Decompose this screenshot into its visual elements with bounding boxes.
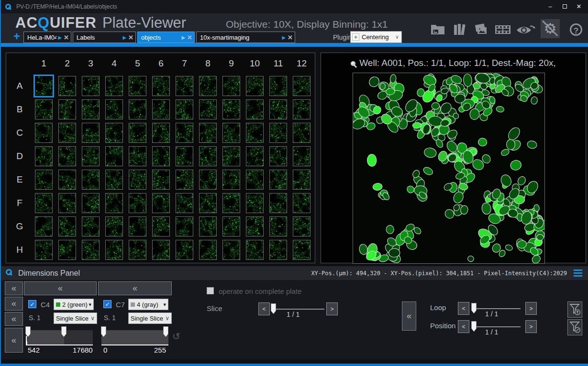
well-thumbnail-A3[interactable] bbox=[82, 76, 100, 96]
collapse-row2-button[interactable]: « bbox=[5, 297, 23, 311]
well-thumbnail-A2[interactable] bbox=[58, 76, 76, 96]
well-thumbnail-F7[interactable] bbox=[176, 193, 193, 213]
well-thumbnail-F8[interactable] bbox=[199, 193, 217, 213]
tab-labels[interactable]: Labels ▶ ✕ bbox=[73, 32, 136, 43]
well-thumbnail-B1[interactable] bbox=[35, 99, 53, 119]
well-thumbnail-B10[interactable] bbox=[246, 99, 264, 119]
well-thumbnail-D10[interactable] bbox=[246, 146, 264, 166]
well-thumbnail-E5[interactable] bbox=[129, 170, 146, 190]
tab-expand-icon[interactable]: ▶ bbox=[282, 35, 286, 40]
tab-expand-icon[interactable]: ▶ bbox=[58, 35, 62, 40]
add-dataset-icon[interactable]: + bbox=[13, 31, 20, 42]
well-thumbnail-G7[interactable] bbox=[176, 216, 193, 237]
folder-images-button[interactable] bbox=[428, 20, 447, 39]
well-thumbnail-A7[interactable] bbox=[176, 76, 193, 96]
well-thumbnail-C3[interactable] bbox=[82, 123, 100, 143]
loop-slider-handle[interactable] bbox=[471, 303, 477, 313]
well-thumbnail-F3[interactable] bbox=[82, 193, 100, 213]
tab-hela-im04[interactable]: HeLa-IM04 ▶ ✕ bbox=[23, 32, 71, 43]
well-thumbnail-E6[interactable] bbox=[152, 170, 170, 190]
well-thumbnail-E2[interactable] bbox=[58, 170, 76, 190]
slice-slider-handle[interactable] bbox=[271, 303, 276, 314]
well-thumbnail-G8[interactable] bbox=[199, 216, 217, 237]
well-thumbnail-G9[interactable] bbox=[222, 216, 240, 237]
maximize-button[interactable] bbox=[558, 2, 571, 11]
well-thumbnail-D11[interactable] bbox=[269, 146, 287, 166]
plugin-dropdown[interactable]: + Centering ∨ bbox=[350, 31, 402, 43]
well-thumbnail-A9[interactable] bbox=[222, 76, 240, 96]
well-thumbnail-B5[interactable] bbox=[129, 99, 146, 119]
well-thumbnail-C1[interactable] bbox=[35, 123, 53, 143]
well-thumbnail-A6[interactable] bbox=[152, 76, 170, 96]
channel-c4-lut-dropdown[interactable]: 2 (green) ▾ bbox=[54, 299, 94, 310]
well-thumbnail-G2[interactable] bbox=[58, 216, 76, 237]
well-thumbnail-E10[interactable] bbox=[246, 170, 264, 190]
well-thumbnail-C7[interactable] bbox=[176, 123, 193, 143]
well-thumbnail-G4[interactable] bbox=[105, 216, 123, 237]
well-thumbnail-H10[interactable] bbox=[246, 240, 264, 260]
tab-expand-icon[interactable]: ▶ bbox=[181, 35, 185, 40]
well-thumbnail-B6[interactable] bbox=[152, 99, 170, 119]
well-thumbnail-B8[interactable] bbox=[199, 99, 217, 119]
slice-slider-track[interactable] bbox=[274, 309, 324, 310]
slice-next-button[interactable]: > bbox=[326, 302, 338, 315]
well-thumbnail-E1[interactable] bbox=[35, 170, 53, 190]
well-thumbnail-E11[interactable] bbox=[269, 170, 287, 190]
well-thumbnail-E8[interactable] bbox=[199, 170, 217, 190]
well-thumbnail-C11[interactable] bbox=[269, 123, 287, 143]
well-thumbnail-H6[interactable] bbox=[152, 240, 170, 260]
well-thumbnail-H12[interactable] bbox=[293, 240, 311, 260]
well-thumbnail-A1[interactable] bbox=[35, 76, 53, 96]
well-thumbnail-C10[interactable] bbox=[246, 123, 264, 143]
well-thumbnail-A10[interactable] bbox=[246, 76, 264, 96]
collapse-row1-button[interactable]: « bbox=[5, 281, 23, 295]
operate-complete-plate-checkbox[interactable] bbox=[207, 287, 214, 294]
well-thumbnail-G6[interactable] bbox=[152, 216, 170, 237]
film-strip-button[interactable] bbox=[493, 20, 512, 39]
well-thumbnail-D8[interactable] bbox=[199, 146, 217, 166]
well-thumbnail-E7[interactable] bbox=[176, 170, 193, 190]
channel-c4-intensity-range-slider[interactable] bbox=[26, 326, 93, 346]
well-thumbnail-D6[interactable] bbox=[152, 146, 170, 166]
collapse-row3-button[interactable]: « bbox=[5, 312, 23, 326]
well-thumbnail-A11[interactable] bbox=[269, 76, 287, 96]
well-thumbnail-A8[interactable] bbox=[199, 76, 217, 96]
channel-c7-intensity-range-slider[interactable] bbox=[101, 326, 168, 346]
well-thumbnail-A5[interactable] bbox=[129, 76, 146, 96]
well-thumbnail-G11[interactable] bbox=[269, 216, 287, 237]
well-thumbnail-A12[interactable] bbox=[293, 76, 311, 96]
tab-close-icon[interactable]: ✕ bbox=[288, 34, 293, 41]
well-thumbnail-C6[interactable] bbox=[152, 123, 170, 143]
well-thumbnail-B3[interactable] bbox=[82, 99, 100, 119]
well-thumbnail-D5[interactable] bbox=[129, 146, 146, 166]
well-thumbnail-F11[interactable] bbox=[269, 193, 287, 213]
well-thumbnail-C2[interactable] bbox=[58, 123, 76, 143]
well-thumbnail-C4[interactable] bbox=[105, 123, 123, 143]
collapse-channel2-button[interactable]: « bbox=[98, 281, 172, 295]
well-thumbnail-C12[interactable] bbox=[293, 123, 311, 143]
well-thumbnail-F5[interactable] bbox=[129, 193, 146, 213]
photos-button[interactable] bbox=[472, 20, 491, 39]
loop-next-button[interactable]: > bbox=[525, 302, 537, 315]
well-thumbnail-H9[interactable] bbox=[222, 240, 240, 260]
minimize-button[interactable]: – bbox=[544, 2, 556, 11]
close-button[interactable]: ✕ bbox=[573, 2, 585, 11]
channel-c7-checkbox[interactable]: ✓ bbox=[103, 300, 111, 308]
well-thumbnail-H7[interactable] bbox=[176, 240, 193, 260]
tab-expand-icon[interactable]: ▶ bbox=[122, 35, 126, 40]
well-thumbnail-C9[interactable] bbox=[222, 123, 240, 143]
well-thumbnail-D4[interactable] bbox=[105, 146, 123, 166]
well-thumbnail-H5[interactable] bbox=[129, 240, 146, 260]
channel-c4-checkbox[interactable]: ✓ bbox=[28, 300, 36, 308]
well-thumbnail-G1[interactable] bbox=[35, 216, 53, 237]
tab-10x-smartimaging[interactable]: 10x-smartimaging ▶ ✕ bbox=[196, 32, 295, 43]
library-button[interactable] bbox=[450, 20, 469, 39]
well-thumbnail-H4[interactable] bbox=[105, 240, 123, 260]
well-thumbnail-F12[interactable] bbox=[293, 193, 311, 213]
well-thumbnail-G10[interactable] bbox=[246, 216, 264, 237]
loop-slider-track[interactable] bbox=[475, 308, 521, 309]
well-thumbnail-G3[interactable] bbox=[82, 216, 100, 237]
view-sync-button[interactable] bbox=[515, 20, 537, 39]
well-thumbnail-F10[interactable] bbox=[246, 193, 264, 213]
well-detail-image[interactable] bbox=[353, 73, 545, 264]
